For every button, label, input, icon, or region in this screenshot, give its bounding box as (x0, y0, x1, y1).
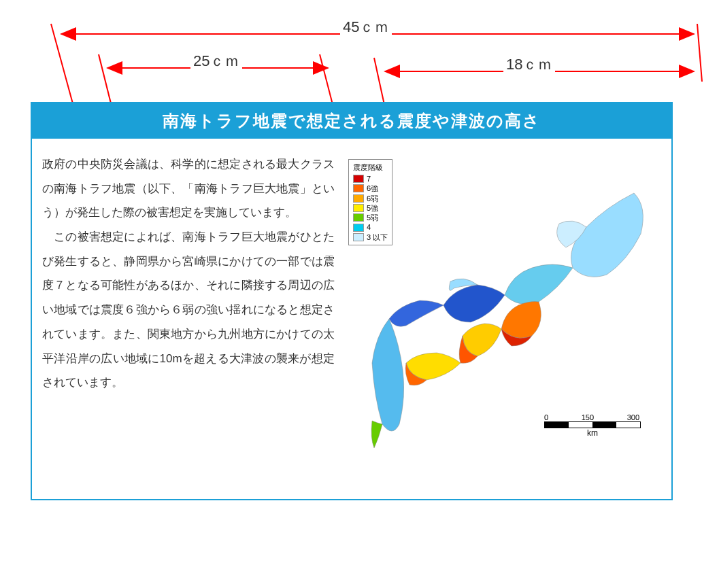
dim-top-label: 45ｃｍ (340, 17, 392, 37)
content-box: 南海トラフ地震で想定される震度や津波の高さ 政府の中央防災会議は、科学的に想定さ… (31, 102, 673, 500)
paragraph-2: この被害想定によれば、南海トラフ巨大地震がひとたび発生すると、静岡県から宮崎県に… (42, 225, 335, 395)
body-text: 政府の中央防災会議は、科学的に想定される最大クラスの南海トラフ地震（以下、「南海… (42, 152, 341, 395)
scale-unit: km (544, 428, 641, 438)
dim-left-label: 25ｃｍ (190, 51, 242, 71)
dim-right-label: 18ｃｍ (503, 54, 555, 75)
svg-line-7 (697, 24, 702, 82)
seismic-intensity-map: 震度階級 7 6強 6弱 5強 5弱 4 3 以下 0 150 300 km (341, 152, 661, 465)
paragraph-1: 政府の中央防災会議は、科学的に想定される最大クラスの南海トラフ地震（以下、「南海… (42, 152, 335, 225)
map-scale-bar: 0 150 300 km (544, 413, 641, 438)
title-bar: 南海トラフ地震で想定される震度や津波の高さ (32, 103, 671, 139)
legend-title: 震度階級 (353, 162, 388, 173)
map-legend: 震度階級 7 6強 6弱 5強 5弱 4 3 以下 (348, 159, 392, 245)
